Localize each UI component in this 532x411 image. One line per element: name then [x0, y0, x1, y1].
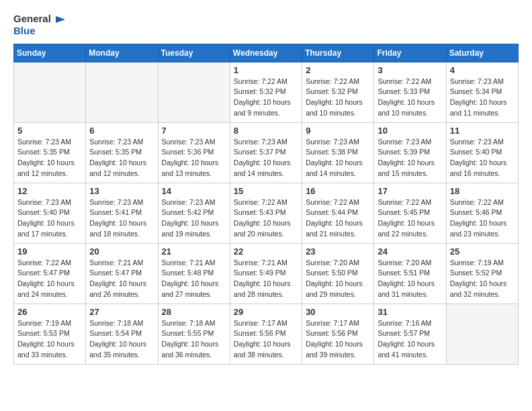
- day-number: 12: [17, 186, 82, 196]
- day-info: Sunrise: 7:22 AMSunset: 5:43 PMDaylight:…: [234, 197, 298, 240]
- calendar-cell: 20Sunrise: 7:21 AMSunset: 5:47 PMDayligh…: [86, 243, 158, 304]
- calendar-cell: 13Sunrise: 7:23 AMSunset: 5:41 PMDayligh…: [86, 183, 158, 243]
- calendar-cell: 31Sunrise: 7:16 AMSunset: 5:57 PMDayligh…: [374, 304, 446, 364]
- day-number: 22: [234, 246, 298, 257]
- day-info: Sunrise: 7:22 AMSunset: 5:46 PMDaylight:…: [450, 197, 515, 240]
- day-number: 6: [89, 126, 154, 136]
- weekday-header-thursday: Thursday: [302, 44, 374, 62]
- calendar-week-4: 19Sunrise: 7:22 AMSunset: 5:47 PMDayligh…: [14, 243, 519, 304]
- calendar-cell: 21Sunrise: 7:21 AMSunset: 5:48 PMDayligh…: [158, 243, 230, 304]
- day-number: 16: [306, 186, 370, 196]
- calendar-cell: 14Sunrise: 7:23 AMSunset: 5:42 PMDayligh…: [158, 183, 230, 243]
- calendar-cell: 6Sunrise: 7:23 AMSunset: 5:35 PMDaylight…: [86, 122, 158, 183]
- day-info: Sunrise: 7:20 AMSunset: 5:51 PMDaylight:…: [378, 258, 442, 300]
- day-info: Sunrise: 7:22 AMSunset: 5:47 PMDaylight:…: [17, 258, 82, 300]
- calendar-cell: [158, 62, 230, 122]
- calendar-cell: 26Sunrise: 7:19 AMSunset: 5:53 PMDayligh…: [14, 304, 86, 364]
- logo: General Blue: [13, 13, 65, 37]
- calendar-cell: 17Sunrise: 7:22 AMSunset: 5:45 PMDayligh…: [374, 183, 446, 243]
- day-info: Sunrise: 7:22 AMSunset: 5:44 PMDaylight:…: [306, 197, 370, 240]
- header: General Blue: [13, 13, 519, 37]
- day-info: Sunrise: 7:19 AMSunset: 5:53 PMDaylight:…: [17, 318, 82, 361]
- calendar-cell: 2Sunrise: 7:22 AMSunset: 5:32 PMDaylight…: [302, 62, 374, 122]
- day-info: Sunrise: 7:17 AMSunset: 5:56 PMDaylight:…: [234, 318, 298, 361]
- day-number: 29: [234, 307, 298, 317]
- day-info: Sunrise: 7:23 AMSunset: 5:39 PMDaylight:…: [378, 137, 442, 179]
- calendar-cell: 1Sunrise: 7:22 AMSunset: 5:32 PMDaylight…: [230, 62, 302, 122]
- day-number: 14: [162, 186, 226, 196]
- day-number: 28: [162, 307, 226, 317]
- calendar-cell: 18Sunrise: 7:22 AMSunset: 5:46 PMDayligh…: [446, 183, 518, 243]
- day-number: 27: [89, 307, 154, 317]
- calendar-cell: 22Sunrise: 7:21 AMSunset: 5:49 PMDayligh…: [230, 243, 302, 304]
- calendar-cell: 5Sunrise: 7:23 AMSunset: 5:35 PMDaylight…: [14, 122, 86, 183]
- day-number: 25: [450, 246, 515, 257]
- calendar-cell: 30Sunrise: 7:17 AMSunset: 5:56 PMDayligh…: [302, 304, 374, 364]
- calendar-cell: 28Sunrise: 7:18 AMSunset: 5:55 PMDayligh…: [158, 304, 230, 364]
- day-info: Sunrise: 7:23 AMSunset: 5:41 PMDaylight:…: [89, 197, 154, 240]
- day-number: 20: [89, 246, 154, 257]
- weekday-header-tuesday: Tuesday: [158, 44, 230, 62]
- day-number: 17: [378, 186, 442, 196]
- day-info: Sunrise: 7:23 AMSunset: 5:38 PMDaylight:…: [306, 137, 370, 179]
- logo-blue: Blue: [13, 26, 65, 37]
- weekday-header-friday: Friday: [374, 44, 446, 62]
- day-number: 4: [450, 65, 515, 75]
- day-number: 7: [162, 126, 226, 136]
- day-info: Sunrise: 7:18 AMSunset: 5:55 PMDaylight:…: [162, 318, 226, 361]
- calendar-table: SundayMondayTuesdayWednesdayThursdayFrid…: [13, 44, 519, 365]
- calendar-cell: 8Sunrise: 7:23 AMSunset: 5:37 PMDaylight…: [230, 122, 302, 183]
- day-number: 24: [378, 246, 442, 257]
- day-info: Sunrise: 7:23 AMSunset: 5:34 PMDaylight:…: [450, 77, 515, 119]
- day-info: Sunrise: 7:16 AMSunset: 5:57 PMDaylight:…: [378, 318, 442, 361]
- day-info: Sunrise: 7:21 AMSunset: 5:48 PMDaylight:…: [162, 258, 226, 300]
- day-number: 21: [162, 246, 226, 257]
- day-number: 30: [306, 307, 370, 317]
- day-info: Sunrise: 7:21 AMSunset: 5:47 PMDaylight:…: [89, 258, 154, 300]
- day-number: 2: [306, 65, 370, 75]
- day-number: 11: [450, 126, 515, 136]
- calendar-cell: [14, 62, 86, 122]
- day-info: Sunrise: 7:20 AMSunset: 5:50 PMDaylight:…: [306, 258, 370, 300]
- day-number: 13: [89, 186, 154, 196]
- weekday-header-monday: Monday: [86, 44, 158, 62]
- calendar-cell: 16Sunrise: 7:22 AMSunset: 5:44 PMDayligh…: [302, 183, 374, 243]
- logo-general: General: [13, 13, 65, 26]
- calendar-cell: 27Sunrise: 7:18 AMSunset: 5:54 PMDayligh…: [86, 304, 158, 364]
- weekday-header-saturday: Saturday: [446, 44, 518, 62]
- day-info: Sunrise: 7:22 AMSunset: 5:33 PMDaylight:…: [378, 77, 442, 119]
- calendar-cell: 11Sunrise: 7:23 AMSunset: 5:40 PMDayligh…: [446, 122, 518, 183]
- calendar-cell: [446, 304, 518, 364]
- calendar-cell: 29Sunrise: 7:17 AMSunset: 5:56 PMDayligh…: [230, 304, 302, 364]
- day-number: 1: [234, 65, 298, 75]
- day-info: Sunrise: 7:22 AMSunset: 5:45 PMDaylight:…: [378, 197, 442, 240]
- calendar-cell: 7Sunrise: 7:23 AMSunset: 5:36 PMDaylight…: [158, 122, 230, 183]
- calendar-week-1: 1Sunrise: 7:22 AMSunset: 5:32 PMDaylight…: [14, 62, 519, 122]
- day-number: 19: [17, 246, 82, 257]
- day-number: 18: [450, 186, 515, 196]
- day-number: 8: [234, 126, 298, 136]
- calendar-cell: 25Sunrise: 7:19 AMSunset: 5:52 PMDayligh…: [446, 243, 518, 304]
- day-info: Sunrise: 7:22 AMSunset: 5:32 PMDaylight:…: [234, 77, 298, 119]
- day-number: 23: [306, 246, 370, 257]
- day-info: Sunrise: 7:21 AMSunset: 5:49 PMDaylight:…: [234, 258, 298, 300]
- day-number: 31: [378, 307, 442, 317]
- logo-text: General Blue: [13, 13, 65, 37]
- day-info: Sunrise: 7:23 AMSunset: 5:40 PMDaylight:…: [450, 137, 515, 179]
- calendar-cell: 10Sunrise: 7:23 AMSunset: 5:39 PMDayligh…: [374, 122, 446, 183]
- calendar-cell: [86, 62, 158, 122]
- day-info: Sunrise: 7:23 AMSunset: 5:42 PMDaylight:…: [162, 197, 226, 240]
- day-number: 15: [234, 186, 298, 196]
- day-info: Sunrise: 7:23 AMSunset: 5:37 PMDaylight:…: [234, 137, 298, 179]
- day-info: Sunrise: 7:23 AMSunset: 5:35 PMDaylight:…: [89, 137, 154, 179]
- calendar-week-2: 5Sunrise: 7:23 AMSunset: 5:35 PMDaylight…: [14, 122, 519, 183]
- day-info: Sunrise: 7:22 AMSunset: 5:32 PMDaylight:…: [306, 77, 370, 119]
- calendar-cell: 12Sunrise: 7:23 AMSunset: 5:40 PMDayligh…: [14, 183, 86, 243]
- calendar-cell: 23Sunrise: 7:20 AMSunset: 5:50 PMDayligh…: [302, 243, 374, 304]
- day-info: Sunrise: 7:23 AMSunset: 5:35 PMDaylight:…: [17, 137, 82, 179]
- calendar-cell: 24Sunrise: 7:20 AMSunset: 5:51 PMDayligh…: [374, 243, 446, 304]
- calendar-week-3: 12Sunrise: 7:23 AMSunset: 5:40 PMDayligh…: [14, 183, 519, 243]
- day-info: Sunrise: 7:23 AMSunset: 5:36 PMDaylight:…: [162, 137, 226, 179]
- day-number: 10: [378, 126, 442, 136]
- calendar-cell: 9Sunrise: 7:23 AMSunset: 5:38 PMDaylight…: [302, 122, 374, 183]
